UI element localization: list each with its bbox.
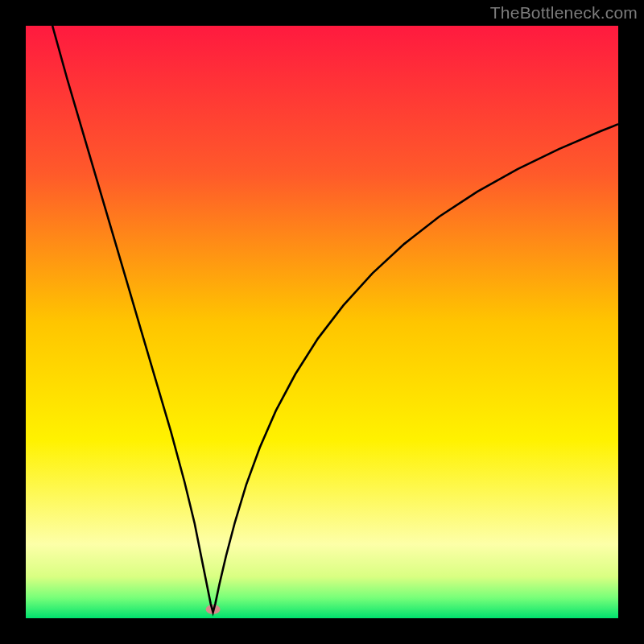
chart-svg (26, 26, 618, 618)
gradient-background (26, 26, 618, 618)
chart-frame: TheBottleneck.com (0, 0, 644, 644)
plot-area (26, 26, 618, 618)
watermark-text: TheBottleneck.com (490, 3, 638, 23)
